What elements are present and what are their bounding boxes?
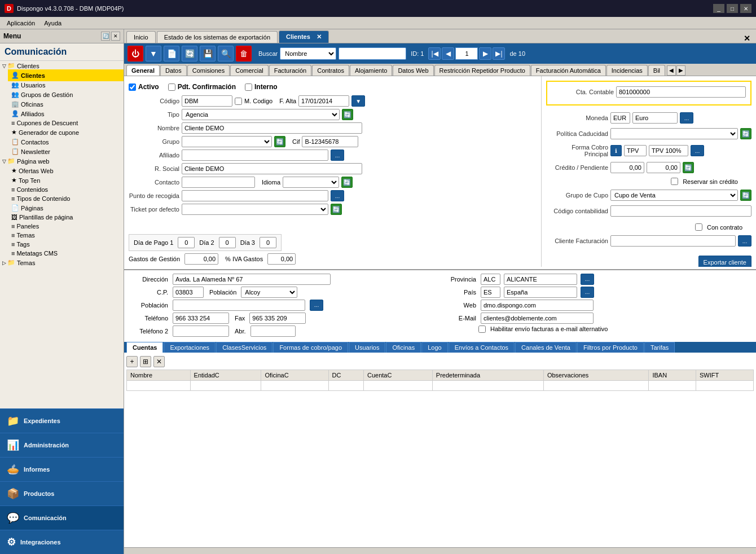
tab-clientes[interactable]: Clientes ✕ — [279, 30, 329, 43]
gastos-input[interactable] — [184, 253, 218, 265]
sidebar-item-oficinas[interactable]: 🏢 Oficinas — [9, 99, 124, 109]
last-btn[interactable]: ▶| — [493, 47, 505, 60]
idioma-refresh[interactable]: 🔄 — [341, 177, 353, 188]
nav-productos[interactable]: 📦 Productos — [0, 481, 124, 505]
maximize-btn[interactable]: □ — [727, 4, 738, 13]
tpv-input[interactable] — [624, 145, 647, 156]
forma-cobro-btn[interactable]: ... — [691, 145, 704, 156]
poblacion-combo[interactable]: Alcoy — [241, 287, 297, 298]
moneda-code-input[interactable] — [610, 112, 630, 124]
bottom-tab-logo[interactable]: Logo — [421, 342, 447, 353]
sidebar-item-paneles[interactable]: ≡ Paneles — [9, 222, 124, 231]
sidebar-item-generador[interactable]: ★ Generador de cupone — [9, 127, 124, 137]
form-tab-facturacion-auto[interactable]: Facturación Automática — [531, 65, 606, 76]
exportar-cliente-btn[interactable]: Exportar cliente — [698, 256, 751, 267]
sidebar-icon1[interactable]: 🔄 — [101, 32, 110, 41]
pct-iva-input[interactable] — [267, 253, 296, 265]
ticket-refresh[interactable]: 🔄 — [331, 204, 342, 215]
sidebar-item-cupones[interactable]: ≡ Cupones de Descuent — [9, 118, 124, 127]
abr-input[interactable] — [250, 326, 296, 337]
moneda-btn[interactable]: ... — [680, 112, 693, 124]
delete-btn[interactable]: 🗑 — [236, 46, 252, 61]
ticket-combo[interactable] — [182, 204, 328, 215]
nav-informes[interactable]: 🥧 Informes — [0, 457, 124, 481]
provincia-btn[interactable]: ... — [581, 274, 594, 285]
cta-contable-input[interactable] — [616, 86, 746, 98]
search-input[interactable] — [339, 47, 406, 60]
sidebar-item-afiliados[interactable]: 👤 Afiliados — [9, 109, 124, 118]
menu-aplicacion[interactable]: Aplicación — [2, 19, 39, 28]
sidebar-item-metatags[interactable]: ≡ Metatags CMS — [9, 249, 124, 258]
sidebar-item-grupos[interactable]: 👥 Grupos de Gestión — [9, 90, 124, 99]
bottom-tab-cuentas[interactable]: Cuentas — [126, 342, 163, 353]
punto-recogida-btn[interactable]: ... — [331, 190, 344, 201]
sidebar-icon2[interactable]: ✕ — [111, 32, 120, 41]
con-contrato-checkbox[interactable] — [695, 223, 702, 231]
contacto-input[interactable] — [182, 177, 255, 188]
prev-btn[interactable]: ◀ — [442, 47, 454, 60]
cp-input[interactable] — [173, 287, 204, 298]
f-alta-input[interactable] — [298, 95, 349, 107]
sidebar-item-paginas[interactable]: 📄 Páginas — [9, 203, 124, 213]
reservar-checkbox[interactable] — [671, 178, 678, 185]
grupo-cupo-combo[interactable]: Cupo de Venta — [610, 190, 738, 201]
horizontal-scrollbar[interactable] — [124, 547, 756, 554]
bottom-tab-formas[interactable]: Formas de cobro/pago — [273, 342, 348, 353]
poblacion-btn[interactable]: ... — [310, 300, 323, 311]
forma-cobro-info[interactable]: ℹ — [610, 145, 622, 156]
sidebar-item-plantillas[interactable]: 🖼 Plantillas de página — [9, 213, 124, 222]
sidebar-item-contactos[interactable]: 📋 Contactos — [9, 137, 124, 147]
form-tab-incidencias[interactable]: Incidencias — [606, 65, 648, 76]
bottom-tab-canales[interactable]: Canales de Venta — [515, 342, 577, 353]
codigo-input[interactable] — [182, 95, 232, 107]
sidebar-item-topten[interactable]: ★ Top Ten — [9, 175, 124, 185]
form-tab-comercial[interactable]: Comercial — [230, 65, 269, 76]
search-btn[interactable]: 🔍 — [218, 46, 234, 61]
provincia-code-input[interactable] — [481, 274, 500, 285]
pendiente-input[interactable] — [647, 162, 680, 173]
window-controls[interactable]: _ □ ✕ — [713, 4, 751, 13]
nav-integraciones[interactable]: ⚙ Integraciones — [0, 530, 124, 554]
dia2-input[interactable] — [219, 237, 236, 248]
form-tab-bil[interactable]: Bil — [648, 65, 665, 76]
form-tab-datos[interactable]: Datos — [160, 65, 187, 76]
m-codigo-checkbox[interactable] — [235, 98, 242, 105]
web-input[interactable] — [481, 300, 594, 311]
tipo-refresh[interactable]: 🔄 — [342, 109, 353, 120]
bottom-tab-oficinas[interactable]: Oficinas — [386, 342, 421, 353]
bottom-tab-usuarios[interactable]: Usuarios — [349, 342, 385, 353]
sidebar-item-clientes-folder[interactable]: ▽ 📁 Clientes — [0, 61, 124, 71]
form-tab-comisiones[interactable]: Comisiones — [187, 65, 230, 76]
bottom-tab-filtros[interactable]: Filtros por Producto — [577, 342, 644, 353]
tab-estado[interactable]: Estado de los sistemas de exportación — [157, 31, 278, 43]
politica-combo[interactable] — [610, 128, 738, 139]
cod-contabilidad-input[interactable] — [610, 205, 751, 217]
sidebar-item-tags[interactable]: ≡ Tags — [9, 240, 124, 249]
nav-comunicacion[interactable]: 💬 Comunicación — [0, 505, 124, 530]
form-tab-prev[interactable]: ◀ — [667, 65, 676, 76]
bottom-tab-exportaciones[interactable]: Exportaciones — [164, 342, 216, 353]
dia1-input[interactable] — [178, 237, 195, 248]
pais-input[interactable] — [504, 287, 577, 298]
columns-btn[interactable]: ⊞ — [140, 356, 151, 367]
form-tab-next[interactable]: ▶ — [676, 65, 685, 76]
save-btn[interactable]: 💾 — [200, 46, 216, 61]
credito-refresh[interactable]: 🔄 — [683, 162, 694, 173]
direccion-input[interactable] — [173, 274, 331, 285]
grupo-combo[interactable] — [182, 136, 272, 147]
grupo-refresh[interactable]: 🔄 — [274, 136, 285, 147]
next-btn[interactable]: ▶ — [479, 47, 491, 60]
nombre-input[interactable] — [182, 122, 362, 134]
afiliado-btn[interactable]: ... — [331, 150, 344, 161]
tab-close-icon[interactable]: ✕ — [317, 33, 322, 40]
bottom-tab-envios[interactable]: Envíos a Contactos — [449, 342, 515, 353]
sidebar-item-temas2-folder[interactable]: ▷ 📁 Temas — [0, 258, 124, 267]
poblacion2-input[interactable] — [173, 300, 305, 311]
delete-row-btn[interactable]: ✕ — [153, 356, 165, 367]
pais-btn[interactable]: ... — [581, 287, 594, 298]
activo-checkbox[interactable]: Activo — [129, 83, 159, 91]
punto-recogida-input[interactable] — [182, 190, 328, 201]
add-row-btn[interactable]: + — [126, 356, 138, 367]
sidebar-item-usuarios[interactable]: 👥 Usuarios — [9, 80, 124, 90]
filter-btn[interactable]: ▼ — [146, 46, 161, 61]
